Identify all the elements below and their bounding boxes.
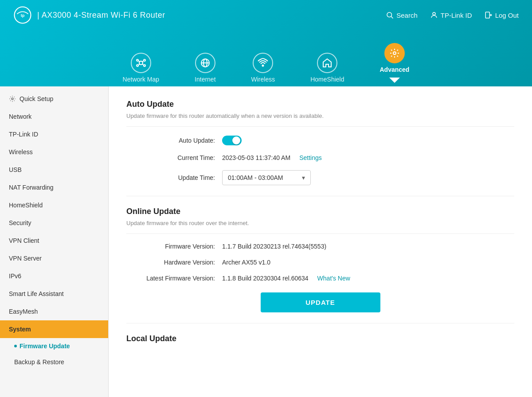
firmware-version-label: Firmware Version: [144, 243, 215, 250]
current-time-value: 2023-05-03 11:37:40 AM [222, 154, 290, 161]
sidebar-item-wireless-label: Wireless [9, 148, 33, 156]
update-time-dropdown-value: 01:00AM - 03:00AM [228, 174, 283, 181]
sidebar-item-vpn-client-label: VPN Client [9, 237, 39, 244]
tab-network-map-label: Network Map [123, 76, 159, 83]
logout-icon [485, 11, 493, 19]
local-update-section: Local Update [126, 334, 514, 343]
svg-point-19 [393, 52, 396, 54]
search-icon [386, 11, 394, 19]
search-button[interactable]: Search [386, 11, 418, 19]
svg-text:tp: tp [21, 13, 25, 18]
section-divider-2 [126, 323, 514, 323]
sidebar-item-usb[interactable]: USB [0, 161, 108, 179]
sidebar-sub-item-backup-restore[interactable]: Backup & Restore [0, 354, 108, 370]
sidebar-item-wireless[interactable]: Wireless [0, 143, 108, 161]
auto-update-description: Update firmware for this router automati… [126, 113, 514, 127]
sidebar: Quick Setup Network TP-Link ID Wireless … [0, 86, 109, 397]
sidebar-item-security[interactable]: Security [0, 214, 108, 232]
svg-point-9 [137, 65, 138, 66]
gear-icon [9, 95, 16, 102]
svg-point-20 [12, 98, 13, 100]
svg-point-7 [137, 59, 138, 61]
tab-advanced-arrow [389, 78, 400, 83]
update-button[interactable]: UPDATE [261, 292, 380, 312]
logout-label: Log Out [495, 12, 519, 19]
active-dot [14, 345, 17, 347]
tplink-id-label: TP-Link ID [441, 12, 472, 19]
sidebar-item-easymesh[interactable]: EasyMesh [0, 303, 108, 320]
toggle-knob [232, 136, 240, 144]
sidebar-item-smart-life[interactable]: Smart Life Assistant [0, 285, 108, 303]
account-icon [430, 11, 438, 19]
tab-internet[interactable]: Internet [195, 53, 215, 83]
sidebar-sub-item-firmware-update-label: Firmware Update [20, 343, 70, 350]
svg-line-14 [142, 64, 144, 65]
sidebar-item-tp-link-id-label: TP-Link ID [9, 131, 38, 138]
hardware-version-row: Hardware Version: Archer AX55 v1.0 [126, 259, 514, 266]
logout-button[interactable]: Log Out [485, 11, 519, 19]
latest-firmware-row: Latest Firmware Version: 1.1.8 Build 202… [126, 275, 514, 282]
tab-network-map[interactable]: Network Map [123, 53, 159, 83]
tab-homeshield-label: HomeShield [310, 76, 344, 83]
sidebar-item-ipv6-label: IPv6 [9, 272, 21, 280]
main-content: Auto Update Update firmware for this rou… [109, 86, 532, 397]
sidebar-item-homeshield[interactable]: HomeShield [0, 196, 108, 214]
online-update-title: Online Update [126, 207, 514, 216]
whats-new-link[interactable]: What's New [317, 275, 350, 282]
hardware-version-label: Hardware Version: [144, 259, 215, 266]
sidebar-item-smart-life-label: Smart Life Assistant [9, 290, 64, 297]
tab-advanced[interactable]: Advanced [379, 43, 409, 83]
tab-homeshield-icon [317, 53, 337, 73]
sidebar-sub-item-firmware-update[interactable]: Firmware Update [0, 338, 108, 354]
update-time-row: Update Time: 01:00AM - 03:00AM ▾ [126, 170, 514, 185]
svg-point-18 [262, 65, 264, 66]
sidebar-item-security-label: Security [9, 219, 31, 226]
header: tp | AX3000 4-Stream Wi-Fi 6 Router Sear… [0, 0, 532, 86]
logo-text: | AX3000 4-Stream Wi-Fi 6 Router [37, 11, 165, 20]
tplink-id-button[interactable]: TP-Link ID [430, 11, 472, 19]
update-time-dropdown[interactable]: 01:00AM - 03:00AM ▾ [222, 170, 311, 185]
auto-update-label: Auto Update: [144, 137, 215, 144]
sidebar-item-easymesh-label: EasyMesh [9, 308, 38, 315]
sidebar-item-ipv6[interactable]: IPv6 [0, 267, 108, 285]
sidebar-item-quick-setup[interactable]: Quick Setup [0, 90, 108, 108]
firmware-version-value: 1.1.7 Build 20230213 rel.74634(5553) [222, 243, 326, 250]
latest-firmware-label: Latest Firmware Version: [144, 275, 215, 282]
tab-wireless[interactable]: Wireless [251, 53, 275, 83]
tab-wireless-icon [253, 53, 273, 73]
tab-advanced-label: Advanced [379, 66, 409, 73]
svg-point-8 [144, 59, 145, 61]
update-time-label: Update Time: [144, 174, 215, 181]
tab-wireless-label: Wireless [251, 76, 275, 83]
search-label: Search [396, 12, 418, 19]
sidebar-item-network[interactable]: Network [0, 108, 108, 125]
current-time-label: Current Time: [144, 154, 215, 161]
sidebar-item-tp-link-id[interactable]: TP-Link ID [0, 125, 108, 143]
current-time-row: Current Time: 2023-05-03 11:37:40 AM Set… [126, 154, 514, 161]
sidebar-item-system[interactable]: System [0, 320, 108, 338]
tab-network-map-icon [131, 53, 151, 73]
svg-line-11 [138, 61, 140, 62]
sidebar-item-vpn-client[interactable]: VPN Client [0, 232, 108, 249]
sidebar-item-usb-label: USB [9, 166, 22, 173]
sidebar-item-vpn-server[interactable]: VPN Server [0, 249, 108, 267]
tab-internet-icon [195, 53, 215, 73]
tab-homeshield[interactable]: HomeShield [310, 53, 344, 83]
svg-point-4 [433, 12, 435, 15]
svg-point-10 [144, 65, 145, 66]
hardware-version-value: Archer AX55 v1.0 [222, 259, 270, 266]
tplink-logo-icon: tp [13, 6, 32, 24]
header-actions: Search TP-Link ID Log Out [386, 11, 519, 19]
sidebar-item-nat-forwarding[interactable]: NAT Forwarding [0, 179, 108, 196]
section-divider-1 [126, 196, 514, 196]
settings-link[interactable]: Settings [299, 154, 322, 161]
firmware-version-row: Firmware Version: 1.1.7 Build 20230213 r… [126, 243, 514, 250]
sidebar-item-homeshield-label: HomeShield [9, 202, 43, 209]
auto-update-toggle-row: Auto Update: [126, 136, 514, 145]
online-update-section: Online Update Update firmware for this r… [126, 207, 514, 312]
online-update-description: Update firmware for this router over the… [126, 220, 514, 234]
logo-area: tp | AX3000 4-Stream Wi-Fi 6 Router [13, 6, 165, 24]
auto-update-toggle[interactable] [222, 136, 242, 145]
svg-rect-5 [485, 12, 489, 18]
auto-update-section: Auto Update Update firmware for this rou… [126, 100, 514, 185]
